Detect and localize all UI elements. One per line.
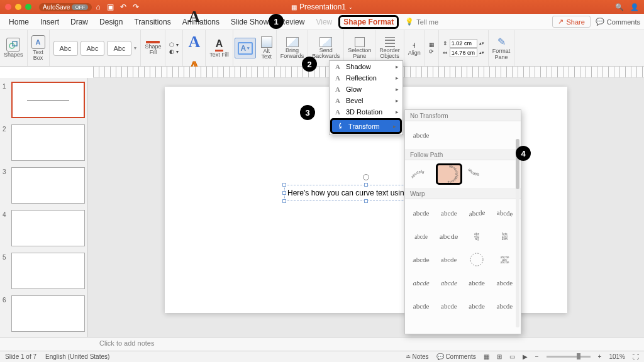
width-input[interactable] [450, 48, 477, 57]
thumbnail-5[interactable]: 5 [3, 253, 85, 289]
share-button[interactable]: ↗Share [552, 16, 590, 28]
textbox-group[interactable]: A Text Box [28, 30, 50, 66]
tab-animations[interactable]: Animations [177, 15, 225, 29]
notes-pane[interactable]: Click to add notes [0, 337, 644, 351]
opt-warp[interactable]: abcde [408, 272, 434, 293]
undo-icon[interactable]: ↶ [120, 3, 126, 11]
opt-warp[interactable]: abcde [408, 295, 434, 317]
shapes-group[interactable]: Shapes [0, 30, 28, 66]
text-effects-button[interactable]: A▾ [235, 38, 256, 58]
outline-icon[interactable]: ⬡ [169, 41, 174, 48]
rotate-group[interactable]: ▦ ⟳ [425, 30, 439, 66]
menu-transform[interactable]: ⤹Transform [330, 118, 402, 134]
opt-warp[interactable]: abcefghij [464, 226, 490, 247]
align[interactable]: ⫞Align [404, 30, 425, 66]
language[interactable]: English (United States) [45, 353, 109, 360]
alt-text[interactable]: Alt Text [257, 30, 277, 66]
opt-arch-down[interactable]: abcdefg [464, 163, 490, 185]
opt-warp[interactable]: abcde [492, 295, 518, 317]
opt-warp[interactable]: abcde [492, 272, 518, 293]
resize-handle[interactable] [364, 183, 368, 187]
zoom-level[interactable]: 101% [609, 353, 625, 360]
opt-warp[interactable]: abcde [408, 202, 434, 224]
tab-slideshow[interactable]: Slide Show [226, 15, 274, 29]
tell-me[interactable]: 💡Tell me [405, 18, 438, 26]
opt-warp[interactable]: abcde [436, 202, 462, 224]
shape-styles[interactable]: Abc Abc Abc ▾ [50, 30, 142, 66]
menu-bevel[interactable]: ABevel [330, 95, 402, 106]
opt-warp[interactable]: abcde [464, 295, 490, 317]
tab-transitions[interactable]: Transitions [129, 15, 175, 29]
autosave-toggle[interactable]: AutoSaveOFF [39, 3, 92, 11]
menu-glow[interactable]: AGlow [330, 84, 402, 95]
opt-warp[interactable]: abcdeabcabcde [492, 249, 518, 270]
view-slideshow-icon[interactable]: ▶ [523, 353, 528, 360]
fit-icon[interactable]: ⛶ [633, 353, 639, 360]
view-normal-icon[interactable]: ▦ [484, 353, 489, 360]
group-icon[interactable]: ▦ [429, 41, 435, 48]
view-reading-icon[interactable]: ▭ [509, 353, 515, 360]
opt-warp[interactable]: abcde [434, 226, 464, 247]
height-input[interactable] [450, 39, 477, 48]
notes-toggle[interactable]: ≐ Notes [406, 353, 429, 360]
effects-icon[interactable]: ◐ [169, 48, 174, 55]
menu-reflection[interactable]: AReflection [330, 72, 402, 84]
tab-design[interactable]: Design [94, 15, 128, 29]
tab-view[interactable]: View [311, 15, 337, 29]
thumbnail-1[interactable]: 1 [3, 82, 85, 118]
opt-warp[interactable]: abcde [436, 272, 462, 293]
shape-tools[interactable]: ⬡▾ ◐▾ [165, 30, 183, 66]
wordart-preset[interactable]: A [188, 8, 200, 26]
opt-warp[interactable]: abcde [464, 272, 490, 293]
thumbnail-6[interactable]: 6 [3, 295, 85, 332]
opt-warp[interactable]: abcde [434, 248, 464, 268]
opt-warp[interactable]: abcde [464, 201, 490, 225]
opt-warp[interactable]: fetsghijklm [492, 226, 518, 247]
opt-warp[interactable]: abcde [492, 201, 518, 225]
menu-shadow[interactable]: AShadow [330, 61, 402, 72]
tab-draw[interactable]: Draw [65, 15, 93, 29]
opt-arch-up[interactable]: abcdefg [408, 163, 434, 185]
tab-shape-format[interactable]: Shape Format [338, 15, 399, 29]
resize-handle[interactable] [282, 191, 286, 195]
comments-button[interactable]: 💬Comments [596, 16, 640, 28]
opt-warp[interactable] [464, 249, 490, 270]
wordart-preset[interactable]: A [188, 33, 200, 52]
slide-thumbnails[interactable]: 1 2 3 4 5 6 7WHAT'S THE DIFFER [0, 78, 88, 337]
tab-insert[interactable]: Insert [35, 15, 64, 29]
style-preset[interactable]: Abc [80, 41, 105, 56]
shape-fill[interactable]: Shape Fill [141, 30, 165, 66]
opt-no-transform[interactable]: abcde [408, 124, 434, 146]
home-icon[interactable]: ⌂ [96, 3, 100, 11]
search-icon[interactable]: 🔍 [615, 3, 624, 11]
tab-home[interactable]: Home [4, 15, 34, 29]
style-preset[interactable]: Abc [107, 41, 131, 56]
rotate-handle[interactable] [363, 174, 369, 180]
menu-3d-rotation[interactable]: A3D Rotation [330, 106, 402, 118]
resize-handle[interactable] [364, 199, 368, 203]
chevron-down-icon[interactable]: ▾ [134, 45, 136, 51]
opt-warp[interactable]: abcde [436, 295, 462, 317]
thumbnail-4[interactable]: 4 [3, 210, 85, 246]
thumbnail-3[interactable]: 3 [3, 167, 85, 204]
save-icon[interactable]: ▣ [107, 3, 114, 11]
style-preset[interactable]: Abc [53, 41, 78, 56]
window-controls[interactable] [5, 4, 31, 10]
resize-handle[interactable] [282, 183, 286, 187]
resize-handle[interactable] [282, 199, 286, 203]
wordart-styles[interactable]: A A A ▾ [183, 30, 206, 66]
document-title[interactable]: ▦Presentation1⌄ [291, 3, 353, 11]
zoom-slider[interactable] [547, 356, 591, 358]
format-pane[interactable]: ✎Format Pane [489, 30, 515, 66]
opt-warp[interactable]: abcde [406, 251, 436, 272]
redo-icon[interactable]: ↷ [133, 3, 139, 11]
view-sorter-icon[interactable]: ⊞ [497, 353, 502, 360]
rotate-icon[interactable]: ⟳ [429, 48, 434, 55]
thumbnail-2[interactable]: 2 [3, 124, 85, 161]
user-icon[interactable]: 👤 [630, 3, 639, 11]
qat[interactable]: ⌂ ▣ ↶ ↷ [96, 3, 138, 11]
comments-toggle[interactable]: 💬 Comments [436, 353, 476, 360]
opt-circle[interactable]: abcdefghijklmno [436, 163, 462, 185]
zoom-out[interactable]: − [535, 353, 539, 360]
textbox-content[interactable]: Here's how you can curve text using [287, 189, 408, 197]
